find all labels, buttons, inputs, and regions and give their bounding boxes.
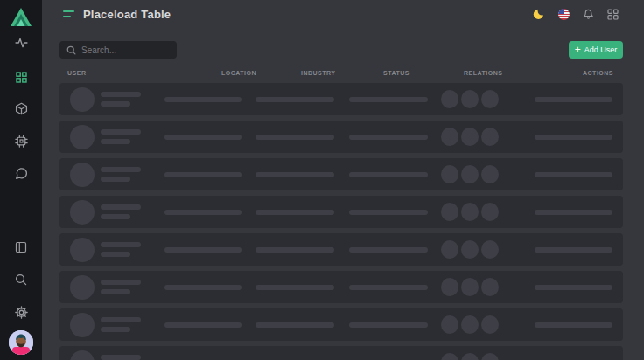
status-cell bbox=[349, 97, 441, 102]
text-line-placeholder bbox=[101, 129, 141, 135]
user-cell bbox=[70, 87, 164, 112]
status-cell bbox=[349, 322, 441, 328]
status-cell bbox=[349, 172, 441, 177]
location-cell bbox=[164, 172, 256, 177]
location-placeholder bbox=[164, 97, 242, 102]
relation-circle-placeholder bbox=[461, 165, 479, 183]
activity-icon[interactable] bbox=[10, 31, 32, 53]
app-logo[interactable] bbox=[10, 5, 32, 28]
user-cell bbox=[70, 350, 164, 360]
relations-cell bbox=[441, 315, 533, 334]
relation-circle-placeholder bbox=[461, 278, 479, 296]
status-cell bbox=[349, 285, 441, 290]
relation-circle-placeholder bbox=[441, 90, 458, 108]
relation-circle-placeholder bbox=[481, 240, 499, 259]
panels-icon[interactable] bbox=[10, 236, 32, 259]
user-avatar[interactable] bbox=[9, 330, 33, 355]
relation-circle-placeholder bbox=[461, 353, 479, 360]
table-row-skeleton bbox=[60, 346, 623, 360]
status-placeholder bbox=[349, 135, 428, 140]
location-cell bbox=[164, 285, 256, 290]
settings-gear-icon[interactable] bbox=[10, 301, 32, 323]
view-grid-icon[interactable] bbox=[10, 66, 32, 88]
text-line-placeholder bbox=[101, 167, 141, 172]
page-title: Placeload Table bbox=[83, 8, 171, 21]
add-user-label: Add User bbox=[584, 45, 618, 54]
search-box bbox=[60, 41, 177, 59]
location-cell bbox=[164, 210, 256, 215]
relation-circle-placeholder bbox=[461, 240, 479, 259]
actions-placeholder bbox=[535, 135, 612, 140]
industry-placeholder bbox=[256, 172, 334, 177]
relation-circle-placeholder bbox=[441, 128, 458, 146]
column-header-actions: ACTIONS bbox=[583, 70, 613, 76]
moon-icon[interactable] bbox=[533, 8, 545, 20]
location-placeholder bbox=[164, 172, 242, 177]
status-placeholder bbox=[349, 285, 428, 290]
table-body bbox=[60, 83, 623, 360]
location-placeholder bbox=[164, 247, 242, 253]
actions-cell bbox=[533, 172, 612, 177]
apps-grid-icon[interactable] bbox=[606, 8, 619, 20]
industry-cell bbox=[256, 135, 349, 140]
text-line-placeholder bbox=[101, 101, 130, 107]
text-line-placeholder bbox=[101, 177, 130, 182]
avatar-placeholder bbox=[70, 163, 94, 187]
relation-circle-placeholder bbox=[441, 165, 458, 183]
industry-cell bbox=[256, 97, 349, 102]
table-row-skeleton bbox=[60, 196, 623, 228]
relation-circle-placeholder bbox=[441, 240, 458, 259]
actions-cell bbox=[533, 97, 612, 102]
actions-cell bbox=[533, 285, 612, 290]
location-placeholder bbox=[164, 135, 242, 140]
relation-circle-placeholder bbox=[481, 203, 499, 221]
text-line-placeholder bbox=[101, 92, 141, 97]
status-placeholder bbox=[349, 172, 428, 177]
text-line-placeholder bbox=[101, 355, 141, 360]
industry-placeholder bbox=[256, 247, 334, 253]
industry-cell bbox=[256, 210, 349, 215]
text-line-placeholder bbox=[101, 289, 130, 294]
toolbar: + Add User bbox=[42, 41, 644, 59]
industry-placeholder bbox=[256, 285, 334, 290]
avatar-placeholder bbox=[70, 238, 94, 262]
chip-icon[interactable] bbox=[10, 129, 32, 152]
text-line-placeholder bbox=[101, 280, 141, 285]
add-user-button[interactable]: + Add User bbox=[569, 41, 623, 59]
main-area: Placeload Table bbox=[42, 0, 644, 360]
relations-cell bbox=[441, 353, 533, 360]
relations-cell bbox=[441, 203, 533, 221]
relations-cell bbox=[441, 278, 533, 296]
status-cell bbox=[349, 210, 441, 215]
user-text-placeholder bbox=[101, 129, 141, 144]
actions-placeholder bbox=[535, 285, 612, 290]
column-header-status: STATUS bbox=[383, 70, 410, 76]
relation-circle-placeholder bbox=[481, 278, 499, 296]
relation-circle-placeholder bbox=[481, 90, 499, 108]
industry-placeholder bbox=[256, 135, 334, 140]
location-placeholder bbox=[164, 322, 242, 328]
table-row-skeleton bbox=[60, 83, 623, 115]
actions-cell bbox=[533, 135, 612, 140]
user-cell bbox=[70, 238, 164, 262]
table-header: USERLOCATIONINDUSTRYSTATUSRELATIONSACTIO… bbox=[60, 70, 623, 78]
user-cell bbox=[70, 275, 164, 300]
cube-icon[interactable] bbox=[10, 97, 32, 120]
avatar-placeholder bbox=[70, 200, 94, 225]
bell-icon[interactable] bbox=[582, 8, 594, 20]
actions-placeholder bbox=[535, 247, 612, 253]
us-flag-icon[interactable] bbox=[557, 8, 570, 20]
search-icon[interactable] bbox=[10, 268, 32, 291]
location-cell bbox=[164, 135, 256, 140]
text-line-placeholder bbox=[101, 139, 130, 144]
plus-icon: + bbox=[575, 45, 581, 55]
user-cell bbox=[70, 200, 164, 225]
search-input[interactable] bbox=[81, 45, 170, 55]
relation-circle-placeholder bbox=[461, 128, 479, 146]
chat-bubble-icon[interactable] bbox=[10, 162, 32, 184]
relation-circle-placeholder bbox=[461, 315, 479, 334]
actions-placeholder bbox=[535, 210, 612, 215]
menu-toggle-icon[interactable] bbox=[63, 10, 74, 18]
location-placeholder bbox=[164, 285, 242, 290]
avatar-placeholder bbox=[70, 350, 94, 360]
